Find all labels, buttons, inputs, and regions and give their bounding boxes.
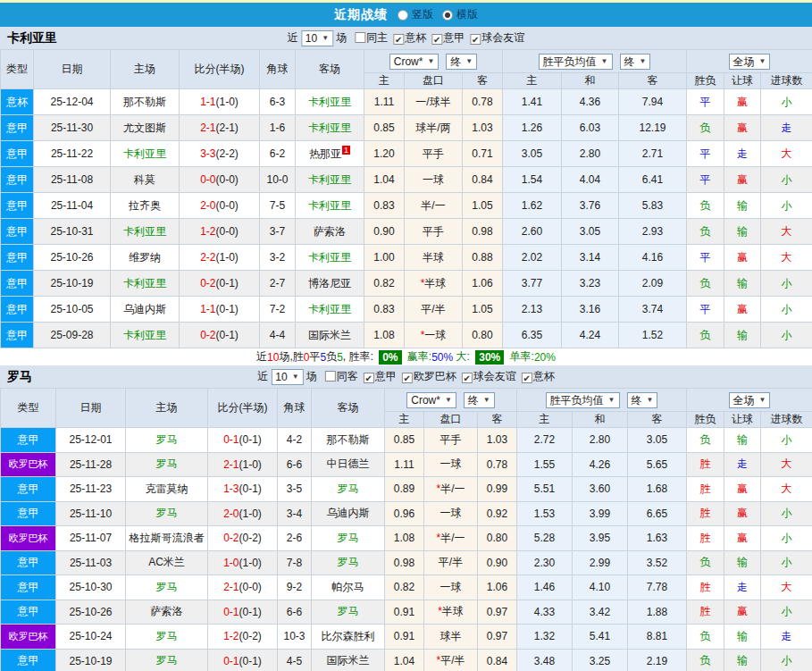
cell-handicap: 一/球半 <box>405 89 463 115</box>
checkbox-icon[interactable]: ✔ <box>364 373 374 383</box>
league-type-badge: 意甲 <box>1 115 34 141</box>
checkbox-icon[interactable]: ✔ <box>462 373 473 383</box>
cell-date: 25-10-26 <box>56 600 126 625</box>
cell-corner: 2-6 <box>278 526 312 551</box>
cell-corner: 7-5 <box>260 193 296 219</box>
cell-avg-draw: 3.95 <box>573 526 628 551</box>
cell-avg-away: 2.71 <box>619 141 687 167</box>
sub-header-avg-home: 主 <box>517 412 573 428</box>
filter-checkbox-意甲[interactable]: ✔意甲 <box>426 31 465 44</box>
checkbox-icon[interactable]: ✔ <box>431 34 442 45</box>
avg-stage-select[interactable]: 终▼ <box>627 392 658 408</box>
sub-header-handicap-result: 让球 <box>724 73 761 89</box>
filter-checkbox-同主[interactable]: 同主 <box>349 31 388 44</box>
cell-date: 25-10-31 <box>34 219 111 245</box>
cell-goals-result: 大 <box>761 245 812 271</box>
odds-source-select[interactable]: Crow*▼ <box>406 392 456 408</box>
cell-date: 25-11-08 <box>34 167 111 193</box>
cell-goals-result: 大 <box>761 477 812 502</box>
cell-corner: 3-5 <box>278 477 312 502</box>
cell-odds-away: 0.97 <box>478 625 517 650</box>
cell-result: 负 <box>687 323 724 348</box>
league-type-badge: 欧罗巴杯 <box>1 526 56 551</box>
checkbox-icon[interactable]: ✔ <box>402 373 413 383</box>
filter-checkbox-意甲[interactable]: ✔意甲 <box>358 370 397 382</box>
cell-home-team: AC米兰 <box>126 550 208 575</box>
cell-score: 0-2(0-1) <box>180 271 260 297</box>
cell-handicap-result: 输 <box>724 323 761 348</box>
cell-avg-away: 7.78 <box>628 575 687 600</box>
cell-avg-away: 6.65 <box>628 501 687 526</box>
games-count-select[interactable]: 10 ▼ <box>271 369 303 385</box>
avg-type-select[interactable]: 胜平负均值▼ <box>539 54 613 70</box>
checkbox-icon[interactable]: ✔ <box>393 34 404 45</box>
radio-button-icon[interactable] <box>442 10 453 21</box>
filter-checkbox-欧罗巴杯[interactable]: ✔欧罗巴杯 <box>397 370 456 382</box>
cell-odds-away: 0.84 <box>463 167 503 193</box>
col-header-date: 日期 <box>56 389 126 428</box>
cell-avg-away: 8.81 <box>628 625 687 650</box>
filter-checkbox-同客[interactable]: 同客 <box>320 370 358 382</box>
fulltime-select[interactable]: 全场▼ <box>729 54 771 70</box>
sub-header-avg-home: 主 <box>503 73 562 89</box>
cell-score: 1-3(0-1) <box>208 477 278 502</box>
cell-avg-home: 5.51 <box>517 477 573 502</box>
cell-corner: 4-5 <box>278 649 312 671</box>
summary-segment: 0% <box>379 350 401 365</box>
cell-result: 负 <box>687 649 724 671</box>
radio-button-icon[interactable] <box>398 10 408 21</box>
checkbox-icon[interactable]: ✔ <box>470 34 481 45</box>
cell-corner: 6-3 <box>260 89 296 115</box>
cell-handicap-result: 赢 <box>724 600 761 625</box>
fulltime-select[interactable]: 全场▼ <box>729 392 771 408</box>
cell-goals-result: 小 <box>761 526 812 551</box>
avg-stage-select[interactable]: 终▼ <box>620 54 651 70</box>
odds-stage-select[interactable]: 终▼ <box>446 54 477 70</box>
filter-checkbox-意杯[interactable]: ✔意杯 <box>388 31 426 44</box>
cell-avg-draw: 4.36 <box>562 89 619 115</box>
league-type-badge: 意甲 <box>1 550 56 575</box>
record-summary: 近10场,胜0平5负5, 胜率: 0% 赢率:50% 大: 30% 单率:20% <box>0 348 812 365</box>
cell-odds-home: 0.89 <box>385 477 424 502</box>
cell-odds-home: 1.11 <box>385 452 424 477</box>
sub-header-result: 胜负 <box>687 412 724 428</box>
cell-handicap: 一球 <box>424 452 478 477</box>
match-row: 意甲25-09-28卡利亚里0-2(0-1)4-4国际米兰1.08*一球0.80… <box>1 323 812 348</box>
filter-checkbox-球会友谊[interactable]: ✔球会友谊 <box>456 370 516 382</box>
cell-handicap: 平手 <box>405 141 463 167</box>
cell-date: 25-10-19 <box>56 649 126 671</box>
roma-results-table: 类型 日期 主场 比分(半场) 角球 客场 Crow*▼ 终▼ 胜平负均值▼ 终… <box>0 388 812 671</box>
cell-score: 1-2(0-0) <box>180 219 260 245</box>
cell-handicap: 一球 <box>424 575 478 600</box>
cell-handicap: 一球 <box>424 501 478 526</box>
cell-away-team: 罗马 <box>312 477 385 502</box>
cell-avg-home: 1.46 <box>517 575 573 600</box>
cell-avg-away: 2.93 <box>619 219 687 245</box>
filter-checkboxes: 同主✔意杯✔意甲✔球会友谊 <box>349 30 524 46</box>
cell-home-team: 卡利亚里 <box>111 323 180 348</box>
radio-label-竖版[interactable]: 竖版 <box>412 7 433 22</box>
games-count-select[interactable]: 10 ▼ <box>301 30 333 46</box>
cell-avg-away: 7.94 <box>619 89 687 115</box>
filter-checkbox-意杯[interactable]: ✔意杯 <box>516 370 555 382</box>
summary-segment: 50% <box>431 351 453 364</box>
cell-avg-home: 2.13 <box>503 297 562 323</box>
checkbox-icon[interactable] <box>325 371 336 382</box>
cell-goals-result: 小 <box>761 297 812 323</box>
checkbox-icon[interactable] <box>355 32 365 43</box>
avg-type-select[interactable]: 胜平负均值▼ <box>546 392 620 408</box>
league-type-badge: 意甲 <box>1 167 34 193</box>
avg-group-header: 胜平负均值▼ 终▼ <box>517 389 687 412</box>
checkbox-icon[interactable]: ✔ <box>522 373 532 383</box>
sub-header-handicap: 盘口 <box>424 412 478 428</box>
cell-odds-home: 1.08 <box>364 323 405 348</box>
radio-label-横版[interactable]: 横版 <box>456 7 478 22</box>
odds-source-select[interactable]: Crow*▼ <box>389 54 439 70</box>
filter-checkbox-球会友谊[interactable]: ✔球会友谊 <box>465 31 524 44</box>
cell-goals-result: 走 <box>761 115 812 141</box>
cell-odds-away: 0.78 <box>463 89 503 115</box>
cell-avg-home: 4.33 <box>517 600 573 625</box>
cell-odds-home: 1.08 <box>385 526 424 551</box>
cell-goals-result: 大 <box>761 452 812 477</box>
odds-stage-select[interactable]: 终▼ <box>464 392 495 408</box>
